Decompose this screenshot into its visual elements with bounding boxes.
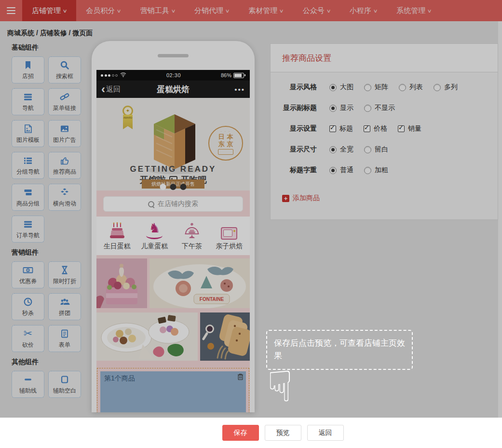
preview-button[interactable]: 预览 bbox=[265, 425, 301, 441]
pointing-hand-icon: ☟ bbox=[267, 366, 293, 408]
action-bar: 保存 预览 返回 bbox=[0, 418, 502, 448]
return-button[interactable]: 返回 bbox=[307, 425, 344, 441]
guide-dim-overlay: 保存后点击预览，可查看店铺主页效果 ☟ bbox=[0, 0, 502, 418]
save-button[interactable]: 保存 bbox=[222, 425, 259, 441]
